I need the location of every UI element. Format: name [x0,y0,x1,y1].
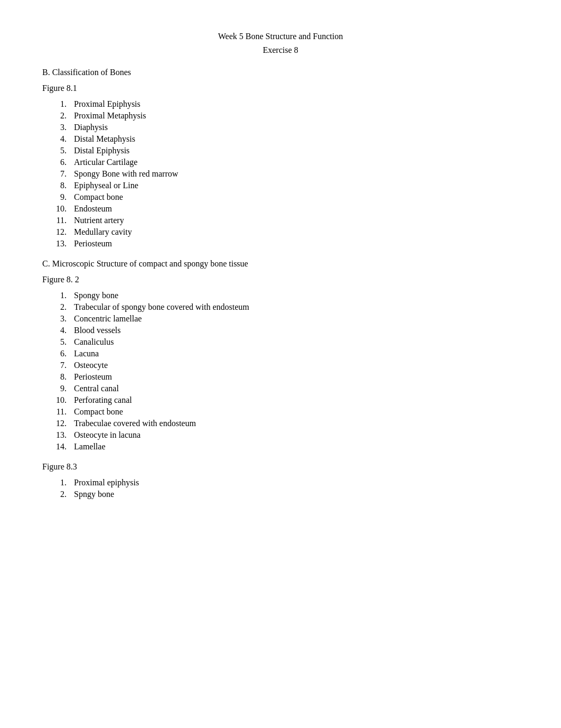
figure-8-1-list: Proximal Epiphysis Proximal Metaphysis D… [42,99,519,248]
list-item: Distal Metaphysis [69,134,519,144]
figure-8-2-block: Figure 8. 2 Spongy bone Trabecular of sp… [42,275,519,451]
figure-8-1-label: Figure 8.1 [42,84,519,93]
figure-8-1-block: Figure 8.1 Proximal Epiphysis Proximal M… [42,84,519,248]
list-item: Trabecular of spongy bone covered with e… [69,302,519,312]
list-item: Canaliculus [69,337,519,347]
list-item: Articular Cartilage [69,158,519,167]
list-item: Osteocyte in lacuna [69,430,519,440]
list-item: Spongy Bone with red marrow [69,169,519,179]
list-item: Distal Epiphysis [69,146,519,155]
list-item: Periosteum [69,239,519,248]
list-item: Spngy bone [69,490,519,499]
list-item: Central canal [69,384,519,393]
list-item: Lamellae [69,442,519,451]
list-item: Compact bone [69,192,519,202]
page-title: Week 5 Bone Structure and Function [42,32,519,41]
list-item: Epiphyseal or Line [69,181,519,190]
list-item: Diaphysis [69,123,519,132]
list-item: Spongy bone [69,291,519,300]
list-item: Concentric lamellae [69,314,519,324]
list-item: Nutrient artery [69,216,519,225]
figure-8-3-label: Figure 8.3 [42,462,519,472]
list-item: Perforating canal [69,395,519,405]
figure-8-2-label: Figure 8. 2 [42,275,519,284]
figure-8-3-block: Figure 8.3 Proximal epiphysis Spngy bone [42,462,519,499]
list-item: Osteocyte [69,361,519,370]
page-container: Week 5 Bone Structure and Function Exerc… [42,32,519,499]
list-item: Trabeculae covered with endosteum [69,419,519,428]
section-c: C. Microscopic Structure of compact and … [42,259,519,499]
list-item: Compact bone [69,407,519,417]
list-item: Medullary cavity [69,227,519,237]
figure-8-2-list: Spongy bone Trabecular of spongy bone co… [42,291,519,451]
list-item: Proximal epiphysis [69,478,519,487]
exercise-title: Exercise 8 [42,45,519,55]
section-b-heading: B. Classification of Bones [42,68,519,77]
list-item: Periosteum [69,372,519,382]
list-item: Proximal Epiphysis [69,99,519,109]
list-item: Lacuna [69,349,519,358]
section-b: B. Classification of Bones Figure 8.1 Pr… [42,68,519,248]
list-item: Endosteum [69,204,519,214]
figure-8-3-list: Proximal epiphysis Spngy bone [42,478,519,499]
list-item: Proximal Metaphysis [69,111,519,121]
list-item: Blood vessels [69,326,519,335]
section-c-heading: C. Microscopic Structure of compact and … [42,259,519,269]
